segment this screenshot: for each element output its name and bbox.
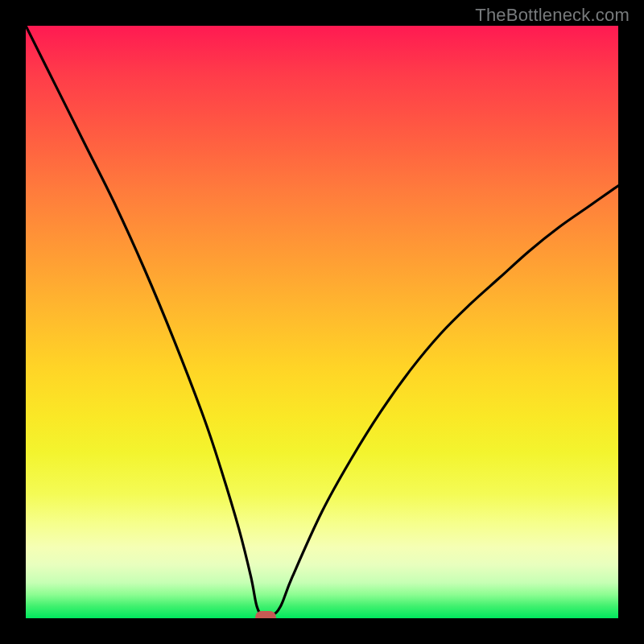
curve-path <box>26 26 618 617</box>
optimum-marker <box>255 611 276 618</box>
chart-frame: TheBottleneck.com <box>0 0 644 644</box>
plot-area <box>26 26 618 618</box>
watermark-text: TheBottleneck.com <box>475 5 630 26</box>
bottleneck-curve <box>26 26 618 618</box>
